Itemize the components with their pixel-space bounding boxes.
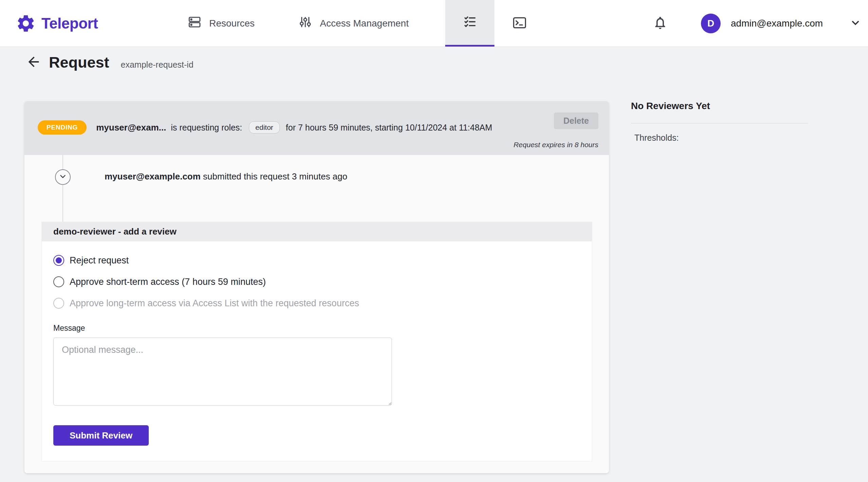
arrow-left-icon xyxy=(26,54,41,71)
status-badge: PENDING xyxy=(38,120,87,135)
request-card-body: myuser@example.com submitted this reques… xyxy=(24,155,609,473)
notifications-button[interactable] xyxy=(653,0,668,47)
page-title: Request xyxy=(49,54,109,71)
brand-name: Teleport xyxy=(41,15,98,32)
radio-button-icon xyxy=(53,255,64,266)
timeline-line xyxy=(62,155,63,222)
page-header: Request example-request-id xyxy=(26,54,194,71)
user-avatar[interactable]: D xyxy=(701,14,721,33)
reviewers-title: No Reviewers Yet xyxy=(631,101,808,111)
user-email: admin@example.com xyxy=(731,0,823,47)
nav-resources-label: Resources xyxy=(209,18,255,29)
radio-option-approve-long-term: Approve long-term access via Access List… xyxy=(53,298,580,309)
sliders-icon xyxy=(298,15,312,32)
schedule-text: for 7 hours 59 minutes, starting 10/11/2… xyxy=(286,123,492,133)
request-id: example-request-id xyxy=(121,60,194,70)
timeline-event-text: myuser@example.com submitted this reques… xyxy=(105,171,347,182)
radio-option-label: Reject request xyxy=(70,255,129,266)
top-navbar: Teleport Resources Access Management xyxy=(0,0,868,47)
timeline-expand-button[interactable] xyxy=(55,169,71,185)
review-header: demo-reviewer - add a review xyxy=(42,222,592,241)
checklist-icon xyxy=(463,14,477,31)
request-card-header: PENDING myuser@exam... is requesting rol… xyxy=(24,101,609,155)
event-description: submitted this request 3 minutes ago xyxy=(201,171,347,182)
role-chip: editor xyxy=(249,121,280,134)
reviewers-panel: No Reviewers Yet Thresholds: xyxy=(631,101,808,143)
teleport-gear-icon xyxy=(16,13,36,34)
thresholds-label: Thresholds: xyxy=(634,133,808,143)
user-menu-button[interactable] xyxy=(848,0,863,47)
resources-icon xyxy=(187,15,202,32)
delete-button[interactable]: Delete xyxy=(554,113,598,129)
expires-note: Request expires in 8 hours xyxy=(513,141,598,149)
radio-option-label: Approve long-term access via Access List… xyxy=(70,298,359,309)
nav-access-management-label: Access Management xyxy=(320,18,409,29)
message-input[interactable] xyxy=(53,338,392,406)
request-summary-row: PENDING myuser@exam... is requesting rol… xyxy=(38,120,492,135)
radio-option-label: Approve short-term access (7 hours 59 mi… xyxy=(70,277,266,287)
request-card: PENDING myuser@exam... is requesting rol… xyxy=(24,101,609,473)
event-user: myuser@example.com xyxy=(105,171,201,182)
chevron-down-icon xyxy=(848,16,863,31)
nav-item-access-management[interactable]: Access Management xyxy=(298,0,409,47)
review-body: Reject request Approve short-term access… xyxy=(42,241,592,461)
radio-button-icon xyxy=(53,276,64,287)
bell-icon xyxy=(653,15,668,32)
radio-button-icon xyxy=(53,298,64,309)
reviewers-divider xyxy=(631,123,808,123)
submit-review-button[interactable]: Submit Review xyxy=(53,425,149,446)
radio-option-approve-short-term[interactable]: Approve short-term access (7 hours 59 mi… xyxy=(53,276,580,287)
terminal-icon xyxy=(512,15,527,32)
chevron-down-icon xyxy=(58,172,68,183)
tab-terminal[interactable] xyxy=(494,0,545,47)
message-label: Message xyxy=(53,324,580,333)
requesting-text: is requesting roles: xyxy=(171,123,242,133)
tab-access-requests[interactable] xyxy=(445,0,494,47)
review-box: demo-reviewer - add a review Reject requ… xyxy=(41,222,592,462)
radio-option-reject[interactable]: Reject request xyxy=(53,255,580,266)
requester-email: myuser@exam... xyxy=(96,122,166,133)
nav-item-resources[interactable]: Resources xyxy=(187,0,255,47)
back-button[interactable] xyxy=(26,54,41,71)
teleport-logo[interactable]: Teleport xyxy=(16,0,98,47)
